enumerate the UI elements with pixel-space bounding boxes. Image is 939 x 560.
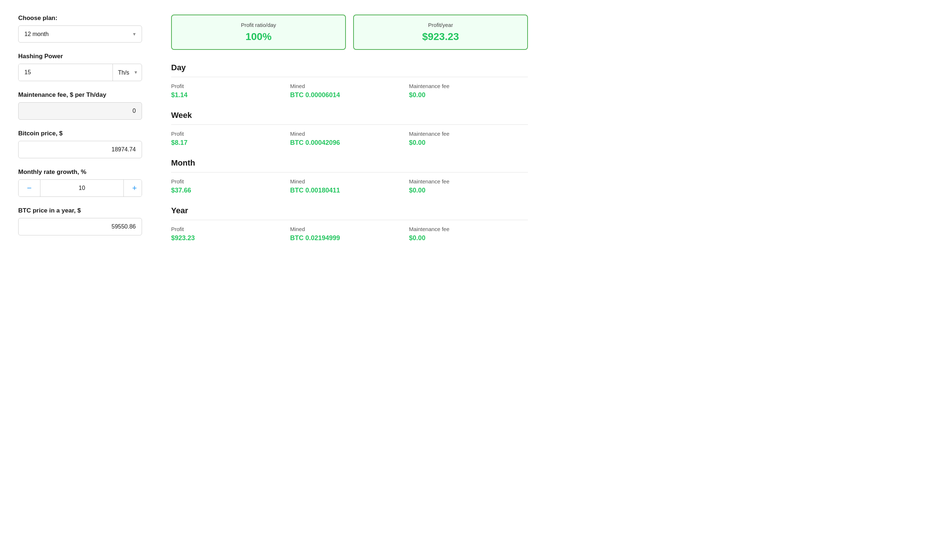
profit-year-card-label: Profit/year (362, 22, 518, 28)
stat-fee-label: Maintenance fee (409, 83, 528, 89)
stat-profit-label: Profit (171, 83, 290, 89)
stat-profit-week: Profit $8.17 (171, 131, 290, 147)
stat-mined-week: Mined BTC 0.00042096 (290, 131, 409, 147)
stat-fee-value: $0.00 (409, 187, 528, 194)
left-panel: Choose plan: 6 month 12 month 18 month 2… (18, 15, 142, 254)
stat-fee-label: Maintenance fee (409, 178, 528, 185)
stat-profit-month: Profit $37.66 (171, 178, 290, 194)
stat-profit-value: $37.66 (171, 187, 290, 194)
period-title-month: Month (171, 158, 528, 172)
period-stats-day: Profit $1.14 Mined BTC 0.00006014 Mainte… (171, 83, 528, 99)
stat-mined-label: Mined (290, 83, 409, 89)
monthly-rate-group: Monthly rate growth, % − + (18, 168, 142, 197)
profit-ratio-card-value: 100% (180, 31, 336, 43)
bitcoin-price-label: Bitcoin price, $ (18, 130, 142, 137)
stat-profit-value: $8.17 (171, 139, 290, 147)
profit-year-card-value: $923.23 (362, 31, 518, 43)
stat-profit-year: Profit $923.23 (171, 226, 290, 242)
stat-mined-value: BTC 0.02194999 (290, 234, 409, 242)
profit-ratio-card: Profit ratio/day 100% (171, 15, 346, 50)
stat-profit-label: Profit (171, 131, 290, 137)
profit-ratio-card-label: Profit ratio/day (180, 22, 336, 28)
stat-fee-label: Maintenance fee (409, 131, 528, 137)
summary-cards: Profit ratio/day 100% Profit/year $923.2… (171, 15, 528, 50)
stat-fee-label: Maintenance fee (409, 226, 528, 232)
stat-profit-day: Profit $1.14 (171, 83, 290, 99)
stat-profit-value: $1.14 (171, 91, 290, 99)
monthly-rate-input[interactable] (40, 180, 123, 197)
period-section-year: Year Profit $923.23 Mined BTC 0.02194999… (171, 206, 528, 242)
stat-mined-month: Mined BTC 0.00180411 (290, 178, 409, 194)
period-title-week: Week (171, 111, 528, 125)
stat-fee-day: Maintenance fee $0.00 (409, 83, 528, 99)
plan-select-wrapper: 6 month 12 month 18 month 24 month ▼ (18, 25, 142, 43)
periods-container: Day Profit $1.14 Mined BTC 0.00006014 Ma… (171, 63, 528, 242)
hashing-unit-select[interactable]: Th/s Ph/s (113, 65, 142, 81)
stat-fee-year: Maintenance fee $0.00 (409, 226, 528, 242)
stat-mined-year: Mined BTC 0.02194999 (290, 226, 409, 242)
monthly-rate-increase-button[interactable]: + (123, 180, 142, 197)
hashing-row: Th/s Ph/s ▼ (18, 64, 142, 81)
right-panel: Profit ratio/day 100% Profit/year $923.2… (171, 15, 528, 254)
period-section-day: Day Profit $1.14 Mined BTC 0.00006014 Ma… (171, 63, 528, 99)
stat-mined-label: Mined (290, 131, 409, 137)
maintenance-fee-input[interactable] (18, 102, 142, 120)
stat-fee-month: Maintenance fee $0.00 (409, 178, 528, 194)
stat-mined-value: BTC 0.00180411 (290, 187, 409, 194)
stat-fee-value: $0.00 (409, 139, 528, 147)
bitcoin-price-group: Bitcoin price, $ (18, 130, 142, 158)
btc-price-year-input[interactable] (18, 218, 142, 235)
hashing-unit-wrapper: Th/s Ph/s ▼ (113, 64, 142, 81)
monthly-rate-label: Monthly rate growth, % (18, 168, 142, 176)
profit-year-card: Profit/year $923.23 (353, 15, 528, 50)
main-layout: Choose plan: 6 month 12 month 18 month 2… (18, 15, 528, 254)
choose-plan-label: Choose plan: (18, 15, 142, 22)
stat-mined-label: Mined (290, 178, 409, 185)
stat-mined-day: Mined BTC 0.00006014 (290, 83, 409, 99)
monthly-rate-stepper: − + (18, 179, 142, 197)
btc-price-year-group: BTC price in a year, $ (18, 207, 142, 235)
period-stats-week: Profit $8.17 Mined BTC 0.00042096 Mainte… (171, 131, 528, 147)
period-stats-year: Profit $923.23 Mined BTC 0.02194999 Main… (171, 226, 528, 242)
maintenance-fee-group: Maintenance fee, $ per Th/day (18, 91, 142, 120)
period-section-week: Week Profit $8.17 Mined BTC 0.00042096 M… (171, 111, 528, 147)
stat-fee-value: $0.00 (409, 234, 528, 242)
stat-profit-label: Profit (171, 226, 290, 232)
maintenance-fee-label: Maintenance fee, $ per Th/day (18, 91, 142, 98)
choose-plan-group: Choose plan: 6 month 12 month 18 month 2… (18, 15, 142, 43)
stat-profit-value: $923.23 (171, 234, 290, 242)
hashing-power-label: Hashing Power (18, 53, 142, 60)
stat-mined-value: BTC 0.00006014 (290, 91, 409, 99)
period-title-year: Year (171, 206, 528, 220)
btc-price-year-label: BTC price in a year, $ (18, 207, 142, 214)
stat-mined-label: Mined (290, 226, 409, 232)
plan-select[interactable]: 6 month 12 month 18 month 24 month (19, 26, 142, 42)
hashing-power-input[interactable] (19, 64, 113, 81)
monthly-rate-decrease-button[interactable]: − (19, 180, 40, 197)
stat-fee-value: $0.00 (409, 91, 528, 99)
period-section-month: Month Profit $37.66 Mined BTC 0.00180411… (171, 158, 528, 194)
stat-profit-label: Profit (171, 178, 290, 185)
period-stats-month: Profit $37.66 Mined BTC 0.00180411 Maint… (171, 178, 528, 194)
period-title-day: Day (171, 63, 528, 77)
hashing-power-group: Hashing Power Th/s Ph/s ▼ (18, 53, 142, 81)
bitcoin-price-input[interactable] (18, 141, 142, 158)
stat-mined-value: BTC 0.00042096 (290, 139, 409, 147)
stat-fee-week: Maintenance fee $0.00 (409, 131, 528, 147)
